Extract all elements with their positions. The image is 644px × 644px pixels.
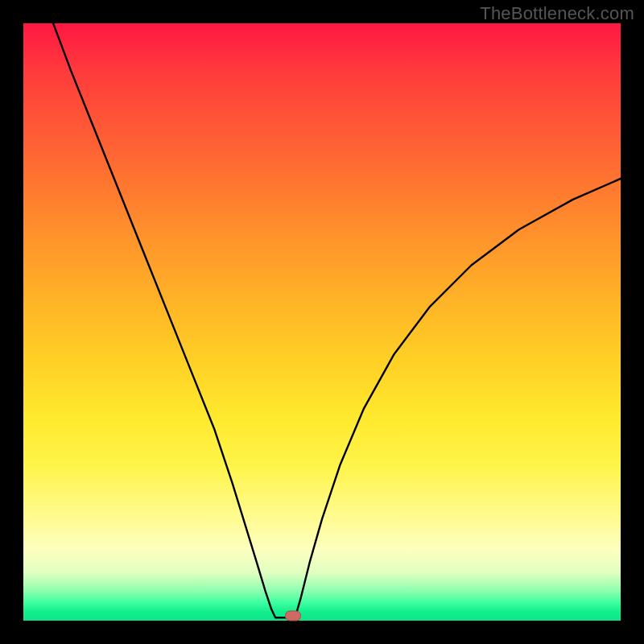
curve-svg: [23, 23, 621, 621]
plot-area: [23, 23, 621, 621]
chart-frame: TheBottleneck.com: [0, 0, 644, 644]
watermark-text: TheBottleneck.com: [480, 3, 634, 24]
valley-marker: [285, 611, 301, 621]
bottleneck-curve: [53, 23, 621, 617]
